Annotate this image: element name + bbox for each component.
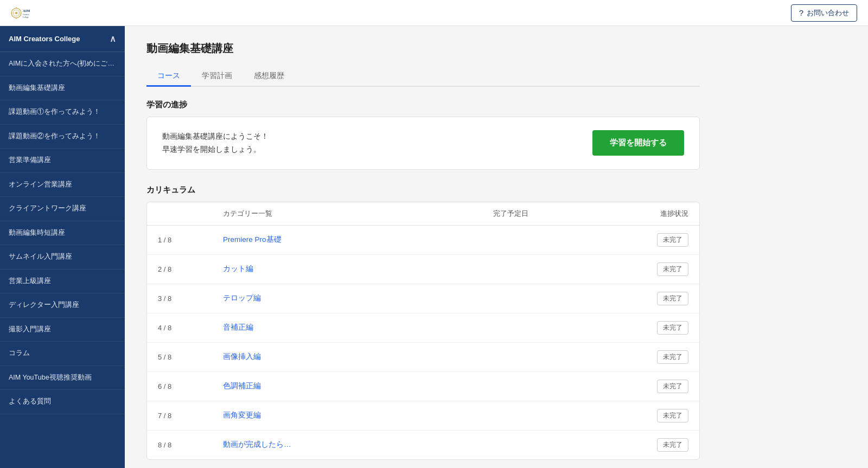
- row-category[interactable]: Premiere Pro基礎: [223, 235, 493, 245]
- row-number: 6 / 8: [158, 382, 223, 390]
- row-category[interactable]: 色調補正編: [223, 381, 493, 391]
- col-header-category: カテゴリー一覧: [223, 209, 493, 219]
- curriculum-table: カテゴリー一覧 完了予定日 進捗状況 1 / 8 Premiere Pro基礎 …: [146, 202, 700, 460]
- row-number: 5 / 8: [158, 353, 223, 361]
- table-row: 2 / 8 カット編 未完了: [147, 255, 699, 284]
- main-layout: AIM Creators College ∧ AIMに入会された方へ(初めにご……: [0, 26, 868, 468]
- aim-logo-icon: AIM Creators College: [11, 3, 33, 23]
- sidebar-item[interactable]: 課題動画②を作ってみよう！: [0, 125, 125, 149]
- row-status-col: 未完了: [602, 438, 688, 452]
- col-header-number: [158, 209, 223, 219]
- row-number: 1 / 8: [158, 236, 223, 244]
- tab-review-history[interactable]: 感想履歴: [243, 67, 295, 87]
- row-category[interactable]: 画角変更編: [223, 411, 493, 420]
- question-icon: ?: [799, 8, 803, 17]
- table-row: 1 / 8 Premiere Pro基礎 未完了: [147, 226, 699, 255]
- status-badge: 未完了: [657, 233, 688, 247]
- row-category[interactable]: カット編: [223, 264, 493, 274]
- row-number: 3 / 8: [158, 294, 223, 303]
- tabs: コース 学習計画 感想履歴: [146, 67, 700, 87]
- row-number: 7 / 8: [158, 412, 223, 420]
- status-badge: 未完了: [657, 409, 688, 422]
- table-row: 6 / 8 色調補正編 未完了: [147, 372, 699, 401]
- row-number: 2 / 8: [158, 265, 223, 273]
- col-header-due-date: 完了予定日: [493, 209, 602, 219]
- curriculum-section-title: カリキュラム: [146, 185, 700, 195]
- row-number: 4 / 8: [158, 324, 223, 332]
- sidebar-item[interactable]: オンライン営業講座: [0, 173, 125, 197]
- sidebar-item[interactable]: 動画編集時短講座: [0, 221, 125, 246]
- table-row: 8 / 8 動画が完成したら… 未完了: [147, 431, 699, 459]
- status-badge: 未完了: [657, 438, 688, 452]
- tab-course[interactable]: コース: [146, 67, 191, 87]
- logo-area: AIM Creators College: [11, 3, 33, 23]
- row-status-col: 未完了: [602, 350, 688, 364]
- page-title: 動画編集基礎講座: [146, 41, 700, 56]
- curriculum-table-header: カテゴリー一覧 完了予定日 進捗状況: [147, 202, 699, 226]
- sidebar-item[interactable]: 営業上級講座: [0, 270, 125, 294]
- status-badge: 未完了: [657, 380, 688, 393]
- sidebar-item[interactable]: クライアントワーク講座: [0, 197, 125, 221]
- sidebar-item[interactable]: 撮影入門講座: [0, 318, 125, 342]
- row-category[interactable]: 画像挿入編: [223, 352, 493, 362]
- tab-study-plan[interactable]: 学習計画: [191, 67, 243, 87]
- progress-text: 動画編集基礎講座にようこそ！ 早速学習を開始しましょう。: [162, 130, 269, 156]
- sidebar: AIM Creators College ∧ AIMに入会された方へ(初めにご……: [0, 26, 125, 468]
- status-badge: 未完了: [657, 262, 688, 276]
- row-number: 8 / 8: [158, 441, 223, 449]
- content-area: 動画編集基礎講座 コース 学習計画 感想履歴 学習の進捗 動画編集基礎講座によう…: [125, 26, 868, 468]
- sidebar-item[interactable]: ディレクター入門講座: [0, 293, 125, 318]
- row-status-col: 未完了: [602, 409, 688, 422]
- col-header-status: 進捗状況: [602, 209, 688, 219]
- row-status-col: 未完了: [602, 262, 688, 276]
- sidebar-item[interactable]: 営業準備講座: [0, 149, 125, 173]
- svg-text:College: College: [23, 16, 29, 18]
- svg-text:Creators: Creators: [23, 14, 29, 16]
- table-row: 5 / 8 画像挿入編 未完了: [147, 343, 699, 372]
- contact-label: お問い合わせ: [807, 8, 849, 18]
- sidebar-header: AIM Creators College ∧: [0, 26, 125, 52]
- status-badge: 未完了: [657, 350, 688, 364]
- sidebar-item[interactable]: 動画編集基礎講座: [0, 76, 125, 101]
- progress-section-title: 学習の進捗: [146, 100, 700, 110]
- row-category[interactable]: 音補正編: [223, 323, 493, 332]
- status-badge: 未完了: [657, 292, 688, 305]
- sidebar-collapse-icon[interactable]: ∧: [110, 34, 116, 44]
- row-status-col: 未完了: [602, 321, 688, 335]
- sidebar-item[interactable]: AIMに入会された方へ(初めにご…: [0, 52, 125, 76]
- sidebar-item[interactable]: 課題動画①を作ってみよう！: [0, 100, 125, 125]
- sidebar-item[interactable]: サムネイル入門講座: [0, 245, 125, 270]
- row-status-col: 未完了: [602, 292, 688, 305]
- topbar: AIM Creators College ? お問い合わせ: [0, 0, 868, 26]
- row-status-col: 未完了: [602, 233, 688, 247]
- table-row: 3 / 8 テロップ編 未完了: [147, 284, 699, 313]
- status-badge: 未完了: [657, 321, 688, 335]
- sidebar-title: AIM Creators College: [9, 35, 80, 43]
- sidebar-item[interactable]: コラム: [0, 342, 125, 366]
- svg-text:AIM: AIM: [23, 9, 30, 12]
- progress-card: 動画編集基礎講座にようこそ！ 早速学習を開始しましょう。 学習を開始する: [146, 117, 700, 170]
- row-category[interactable]: テロップ編: [223, 293, 493, 303]
- sidebar-item[interactable]: よくある質問: [0, 390, 125, 414]
- table-row: 7 / 8 画角変更編 未完了: [147, 401, 699, 431]
- row-category[interactable]: 動画が完成したら…: [223, 440, 493, 450]
- table-row: 4 / 8 音補正編 未完了: [147, 313, 699, 343]
- sidebar-item[interactable]: AIM YouTube視聴推奨動画: [0, 366, 125, 390]
- progress-line2: 早速学習を開始しましょう。: [162, 143, 269, 156]
- start-learning-button[interactable]: 学習を開始する: [592, 130, 684, 156]
- progress-line1: 動画編集基礎講座にようこそ！: [162, 130, 269, 143]
- contact-button[interactable]: ? お問い合わせ: [791, 4, 857, 22]
- page-content: 動画編集基礎講座 コース 学習計画 感想履歴 学習の進捗 動画編集基礎講座によう…: [125, 26, 722, 468]
- row-status-col: 未完了: [602, 380, 688, 393]
